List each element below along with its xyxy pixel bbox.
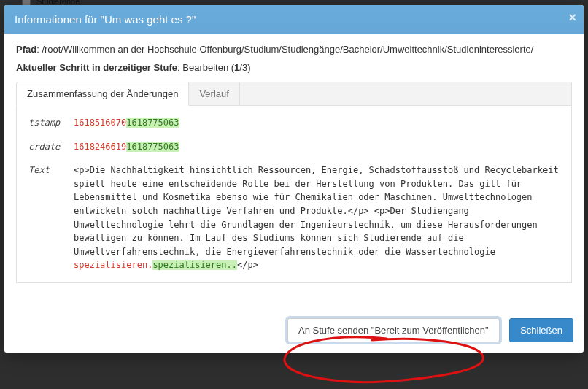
diff-panel: tstamp 16185160701618775063 crdate 16182…	[16, 106, 572, 283]
text-label: Text	[28, 163, 74, 272]
crdate-new: 1618775063	[126, 142, 179, 152]
tab-history[interactable]: Verlauf	[189, 82, 239, 106]
text-tail: </p>	[237, 260, 258, 270]
tab-filler	[240, 82, 572, 106]
text-new: spezialisieren..	[152, 260, 237, 270]
text-body-wrap: <p>Die Nachhaltigkeit hinsichtlich Resso…	[74, 163, 560, 272]
step-label: Aktueller Schritt in derzeitiger Stufe	[16, 62, 177, 73]
close-button[interactable]: Schließen	[509, 318, 573, 342]
info-dialog: Informationen für "Um was geht es ?" × P…	[4, 5, 584, 353]
path-value: : /root/Willkommen an der Hochschule Off…	[36, 44, 533, 55]
crdate-old: 1618246619	[74, 142, 126, 152]
close-icon[interactable]: ×	[568, 11, 576, 24]
tstamp-new: 1618775063	[126, 118, 179, 128]
tstamp-old: 1618516070	[74, 118, 126, 128]
step-line: Aktueller Schritt in derzeitiger Stufe: …	[16, 62, 572, 73]
text-body: <p>Die Nachhaltigkeit hinsichtlich Resso…	[74, 165, 559, 257]
step-prefix: : Bearbeiten (	[177, 62, 234, 73]
dialog-footer: An Stufe senden "Bereit zum Veröffentlic…	[4, 311, 584, 353]
tab-bar: Zusammenfassung der Änderungen Verlauf	[16, 82, 572, 106]
diff-row-tstamp: tstamp 16185160701618775063	[28, 116, 560, 130]
step-suffix: /3)	[239, 62, 250, 73]
dialog-header: Informationen für "Um was geht es ?" ×	[4, 5, 584, 34]
diff-row-text: Text <p>Die Nachhaltigkeit hinsichtlich …	[28, 163, 560, 272]
diff-row-crdate: crdate 16182466191618775063	[28, 140, 560, 154]
text-old: spezialisieren.	[74, 260, 152, 270]
send-to-stage-button[interactable]: An Stufe senden "Bereit zum Veröffentlic…	[287, 318, 499, 342]
tstamp-label: tstamp	[28, 116, 74, 130]
tab-summary[interactable]: Zusammenfassung der Änderungen	[16, 82, 189, 106]
crdate-label: crdate	[28, 140, 74, 154]
path-label: Pfad	[16, 44, 36, 55]
dialog-body: Pfad: /root/Willkommen an der Hochschule…	[4, 34, 584, 289]
dialog-title: Informationen für "Um was geht es ?"	[15, 13, 196, 26]
path-line: Pfad: /root/Willkommen an der Hochschule…	[16, 44, 572, 55]
